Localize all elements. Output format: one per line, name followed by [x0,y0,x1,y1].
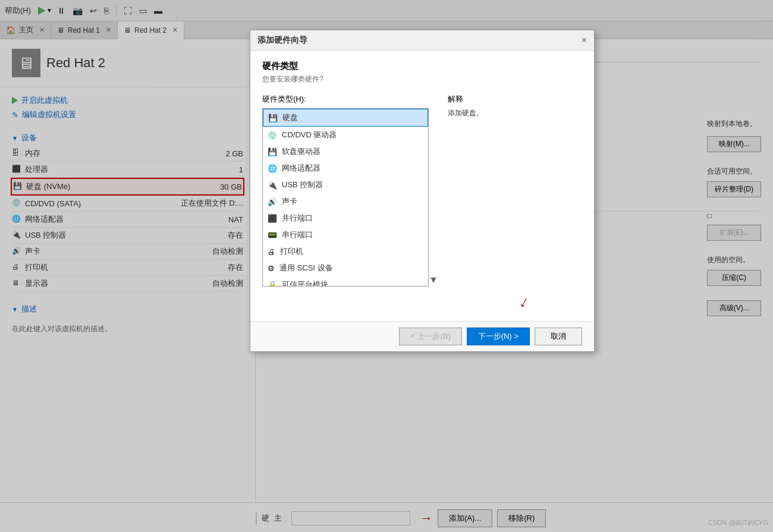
hardware-type-section: 硬件类型(H): 💾硬盘💿CD/DVD 驱动器💾软盘驱动器🌐网络适配器🔌USB … [262,94,582,287]
hw-item-floppy[interactable]: 💾软盘驱动器 [263,143,428,160]
watermark: CSDN @搞IT的CYG [708,518,768,527]
scsi-hw-icon: ⚙ [268,264,275,273]
list-scroll-down[interactable]: ▼ [429,275,438,285]
dialog-section-sub: 您要安装哪类硬件? [262,74,582,84]
next-button[interactable]: 下一步(N) > [467,328,530,345]
hw-item-label-parallel: 并行端口 [282,213,313,223]
tpm-hw-icon: 🔒 [268,281,277,287]
explanation-label: 解释 [448,94,582,105]
explanation-text: 添加硬盘。 [448,108,582,118]
hw-item-tpm[interactable]: 🔒可信平台模块 [263,276,428,287]
dialog-close-button[interactable]: × [582,35,587,46]
hw-item-label-sound: 声卡 [282,196,297,207]
arrow-indicator: ↓ [262,292,582,311]
hw-type-label: 硬件类型(H): [262,94,438,105]
hw-item-label-tpm: 可信平台模块 [282,279,328,287]
hw-item-label-cdrom: CD/DVD 驱动器 [282,130,337,140]
hw-item-label-network: 网络适配器 [282,163,320,174]
hw-item-cdrom[interactable]: 💿CD/DVD 驱动器 [263,127,428,143]
dialog-section-title: 硬件类型 [262,61,582,72]
hw-item-disk[interactable]: 💾硬盘 [263,109,428,127]
hw-item-usb[interactable]: 🔌USB 控制器 [263,177,428,193]
hw-item-serial[interactable]: 📟串行端口 [263,226,428,243]
usb-hw-icon: 🔌 [268,181,277,190]
add-hardware-dialog: 添加硬件向导 × 硬件类型 您要安装哪类硬件? 硬件类型(H): 💾硬盘💿CD/… [250,30,595,352]
dialog-title-bar: 添加硬件向导 × [250,30,594,51]
cancel-button[interactable]: 取消 [535,328,582,345]
hardware-list-container: 硬件类型(H): 💾硬盘💿CD/DVD 驱动器💾软盘驱动器🌐网络适配器🔌USB … [262,94,438,287]
dialog-title: 添加硬件向导 [257,35,307,46]
explanation-section: 解释 添加硬盘。 [448,94,582,287]
printer-hw-icon: 🖨 [268,247,275,256]
dialog-footer: < 上一步(B) 下一步(N) > 取消 [250,321,594,351]
network-hw-icon: 🌐 [268,164,277,173]
hw-item-label-usb: USB 控制器 [282,180,323,190]
hw-item-label-disk: 硬盘 [282,112,298,123]
hw-item-sound[interactable]: 🔊声卡 [263,193,428,210]
disk-hw-icon: 💾 [268,114,278,122]
red-arrow-icon: ↓ [516,292,533,313]
parallel-hw-icon: ⬛ [268,214,277,223]
sound-hw-icon: 🔊 [268,197,277,206]
hw-item-label-floppy: 软盘驱动器 [282,146,320,157]
hw-item-label-serial: 串行端口 [282,229,313,240]
hw-item-parallel[interactable]: ⬛并行端口 [263,210,428,226]
dialog-body: 硬件类型 您要安装哪类硬件? 硬件类型(H): 💾硬盘💿CD/DVD 驱动器💾软… [250,51,594,321]
hw-item-network[interactable]: 🌐网络适配器 [263,160,428,177]
serial-hw-icon: 📟 [268,231,277,240]
cdrom-hw-icon: 💿 [268,131,277,140]
floppy-hw-icon: 💾 [268,147,277,156]
hardware-list: 💾硬盘💿CD/DVD 驱动器💾软盘驱动器🌐网络适配器🔌USB 控制器🔊声卡⬛并行… [262,108,429,287]
hw-item-label-scsi: 通用 SCSI 设备 [279,263,333,273]
back-button[interactable]: < 上一步(B) [399,328,462,345]
hw-item-scsi[interactable]: ⚙通用 SCSI 设备 [263,260,428,276]
hw-item-label-printer: 打印机 [280,246,303,257]
hw-item-printer[interactable]: 🖨打印机 [263,243,428,260]
